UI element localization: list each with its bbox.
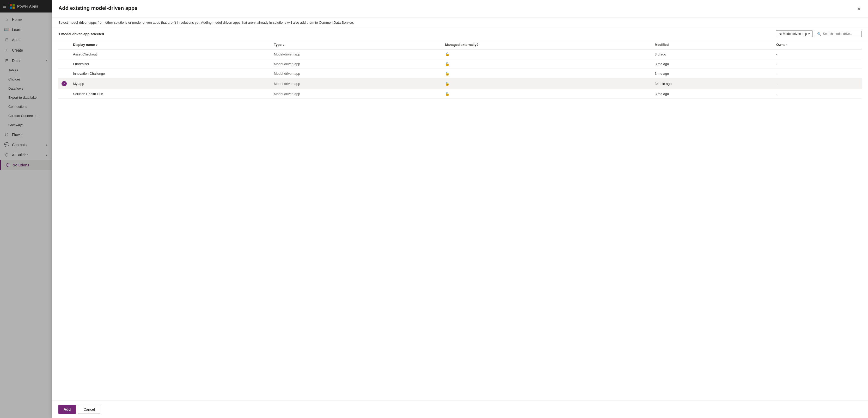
row-managed-asset-checkout: 🔒 <box>442 49 652 59</box>
col-check <box>58 40 70 49</box>
row-type-asset-checkout: Model-driven app <box>271 49 442 59</box>
col-display-name[interactable]: Display name ∨ <box>70 40 271 49</box>
col-owner-label: Owner <box>776 43 787 47</box>
row-managed-fundraiser: 🔒 <box>442 59 652 69</box>
table-row[interactable]: Innovation Challenge Model-driven app 🔒 … <box>58 69 862 78</box>
cancel-button[interactable]: Cancel <box>78 405 100 414</box>
panel-title: Add existing model-driven apps <box>58 5 137 11</box>
row-check-my-app: ✓ <box>58 78 70 89</box>
table-row[interactable]: ✓ My app Model-driven app 🔒 34 min ago - <box>58 78 862 89</box>
selected-checkmark: ✓ <box>62 81 67 86</box>
row-name-my-app: My app <box>70 78 271 89</box>
panel-close-button[interactable]: ✕ <box>856 5 862 13</box>
row-owner-innovation-challenge: - <box>773 69 862 78</box>
table-row[interactable]: Fundraiser Model-driven app 🔒 3 mo ago - <box>58 59 862 69</box>
table-row[interactable]: Asset Checkout Model-driven app 🔒 3 d ag… <box>58 49 862 59</box>
row-check-fundraiser <box>58 59 70 69</box>
selection-count: 1 model-driven app selected <box>58 32 104 36</box>
filter-label: Model-driven app <box>783 32 807 36</box>
col-type[interactable]: Type ∨ <box>271 40 442 49</box>
col-modified: Modified <box>652 40 773 49</box>
apps-table: Display name ∨ Type ∨ Managed externally… <box>58 40 862 99</box>
row-type-my-app: Model-driven app <box>271 78 442 89</box>
panel-body: Display name ∨ Type ∨ Managed externally… <box>52 40 868 400</box>
panel-footer: Add Cancel <box>52 400 868 418</box>
row-type-solution-health-hub: Model-driven app <box>271 89 442 99</box>
col-managed-label: Managed externally? <box>445 43 478 47</box>
col-modified-label: Modified <box>655 43 669 47</box>
table-header-row: Display name ∨ Type ∨ Managed externally… <box>58 40 862 49</box>
col-type-label: Type <box>274 43 281 47</box>
col-managed: Managed externally? <box>442 40 652 49</box>
add-button[interactable]: Add <box>58 405 76 414</box>
panel-toolbar-right: ⧏ Model-driven app ∨ 🔍 <box>776 31 862 37</box>
row-modified-solution-health-hub: 3 mo ago <box>652 89 773 99</box>
lock-icon: 🔒 <box>445 71 450 75</box>
row-name-solution-health-hub: Solution Health Hub <box>70 89 271 99</box>
panel-header: Add existing model-driven apps ✕ <box>52 0 868 18</box>
sort-type-icon: ∨ <box>283 43 284 46</box>
row-name-innovation-challenge: Innovation Challenge <box>70 69 271 78</box>
row-modified-asset-checkout: 3 d ago <box>652 49 773 59</box>
search-icon: 🔍 <box>817 32 822 36</box>
filter-button[interactable]: ⧏ Model-driven app ∨ <box>776 31 813 37</box>
panel-description: Select model-driven apps from other solu… <box>52 18 868 28</box>
lock-icon: 🔒 <box>445 92 450 96</box>
row-owner-asset-checkout: - <box>773 49 862 59</box>
row-type-fundraiser: Model-driven app <box>271 59 442 69</box>
col-owner: Owner <box>773 40 862 49</box>
row-owner-my-app: - <box>773 78 862 89</box>
row-name-asset-checkout: Asset Checkout <box>70 49 271 59</box>
row-managed-solution-health-hub: 🔒 <box>442 89 652 99</box>
search-input[interactable] <box>823 32 859 36</box>
row-modified-innovation-challenge: 3 mo ago <box>652 69 773 78</box>
row-owner-solution-health-hub: - <box>773 89 862 99</box>
row-check-innovation-challenge <box>58 69 70 78</box>
row-managed-innovation-challenge: 🔒 <box>442 69 652 78</box>
panel-toolbar: 1 model-driven app selected ⧏ Model-driv… <box>52 28 868 40</box>
lock-icon: 🔒 <box>445 62 450 66</box>
row-owner-fundraiser: - <box>773 59 862 69</box>
sort-display-name-icon: ∨ <box>96 43 97 46</box>
row-name-fundraiser: Fundraiser <box>70 59 271 69</box>
table-row[interactable]: Solution Health Hub Model-driven app 🔒 3… <box>58 89 862 99</box>
filter-icon: ⧏ <box>779 32 782 36</box>
add-apps-panel: Add existing model-driven apps ✕ Select … <box>52 0 868 418</box>
row-check-solution-health-hub <box>58 89 70 99</box>
lock-icon: 🔒 <box>445 81 450 86</box>
row-modified-my-app: 34 min ago <box>652 78 773 89</box>
lock-icon: 🔒 <box>445 52 450 56</box>
row-check-asset-checkout <box>58 49 70 59</box>
row-modified-fundraiser: 3 mo ago <box>652 59 773 69</box>
search-box[interactable]: 🔍 <box>815 31 862 37</box>
row-managed-my-app: 🔒 <box>442 78 652 89</box>
col-display-name-label: Display name <box>73 43 95 47</box>
row-type-innovation-challenge: Model-driven app <box>271 69 442 78</box>
filter-chevron-icon: ∨ <box>808 33 810 35</box>
